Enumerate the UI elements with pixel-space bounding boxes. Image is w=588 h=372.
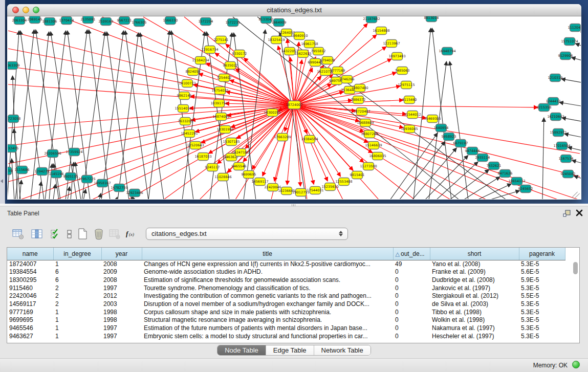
table-cell[interactable]: 5.3E-5 bbox=[519, 300, 565, 309]
table-cell[interactable]: 5.3E-5 bbox=[519, 285, 565, 293]
network-node[interactable]: 10452291 bbox=[181, 130, 198, 138]
table-row[interactable]: 911546021997Tourette syndrome. Phenomeno… bbox=[7, 285, 565, 293]
network-node[interactable]: 2275141 bbox=[214, 36, 229, 44]
network-node[interactable]: 1115686 bbox=[15, 166, 30, 174]
network-node[interactable]: 1664909 bbox=[272, 19, 287, 27]
network-node[interactable]: 1723058 bbox=[8, 115, 20, 123]
table-row[interactable]: 969969511998Structural magnetic resonanc… bbox=[7, 316, 565, 324]
network-node[interactable]: 21187682 bbox=[363, 16, 380, 23]
table-cell[interactable]: 5.3E-5 bbox=[519, 333, 565, 341]
network-node[interactable]: 15235610 bbox=[321, 183, 338, 191]
table-cell[interactable]: 1997 bbox=[101, 324, 142, 333]
network-node[interactable]: 8824058 bbox=[186, 68, 201, 76]
table-cell[interactable]: 5.6E-5 bbox=[519, 268, 565, 276]
table-cell[interactable]: 2 bbox=[53, 300, 101, 309]
network-node[interactable]: 9699695 bbox=[242, 171, 256, 179]
table-cell[interactable]: 2 bbox=[53, 292, 101, 300]
network-node[interactable]: 9815401 bbox=[350, 171, 365, 179]
table-cell[interactable]: Disruption of a novel member of a sodium… bbox=[142, 300, 393, 309]
network-node[interactable]: 7254402 bbox=[217, 74, 232, 82]
network-node[interactable]: 18300295 bbox=[264, 109, 280, 117]
table-cell[interactable]: 0 bbox=[393, 324, 430, 333]
network-node[interactable]: 7485063 bbox=[395, 67, 410, 75]
table-cell[interactable]: 2003 bbox=[101, 300, 142, 309]
network-node[interactable]: 1167534 bbox=[559, 155, 574, 163]
table-row[interactable]: 1872400712008Changes of HCN gene express… bbox=[7, 260, 565, 268]
network-node[interactable]: 1210319 bbox=[548, 74, 563, 82]
table-cell[interactable]: 0 bbox=[393, 285, 430, 293]
table-cell[interactable]: Genome-wide association studies in ADHD. bbox=[142, 268, 393, 276]
table-cell[interactable]: de Silva et al. (2003) bbox=[430, 300, 519, 309]
network-node[interactable]: 9746266 bbox=[340, 76, 355, 83]
close-panel-icon[interactable] bbox=[575, 209, 583, 217]
network-node[interactable]: 10688609 bbox=[357, 119, 374, 127]
network-node[interactable]: 17957225 bbox=[78, 176, 95, 183]
new-table-icon[interactable] bbox=[76, 227, 89, 240]
row-height-icon[interactable] bbox=[63, 227, 76, 240]
table-row[interactable]: 977716911998Corpus callosum shape and si… bbox=[7, 309, 565, 317]
table-cell[interactable]: Jankovic et al. (1997) bbox=[430, 285, 519, 293]
table-cell[interactable]: Dudbridge et al. (2008) bbox=[430, 276, 519, 285]
table-cell[interactable]: Tibbo et al. (1998) bbox=[430, 309, 519, 317]
network-node[interactable]: 1566330 bbox=[163, 17, 178, 25]
table-cell[interactable]: Estimation of significance thresholds fo… bbox=[142, 276, 393, 285]
table-cell[interactable]: 0 bbox=[393, 333, 430, 341]
table-cell[interactable]: 6 bbox=[53, 268, 101, 276]
network-node[interactable]: 9777169 bbox=[331, 67, 345, 75]
network-node[interactable]: 9245652 bbox=[518, 185, 533, 193]
network-node[interactable]: 12923446 bbox=[126, 189, 143, 197]
table-cell[interactable]: Structural magnetic resonance image aver… bbox=[142, 316, 393, 324]
table-cell[interactable]: Stergiakouli et al. (2012) bbox=[430, 292, 519, 300]
network-window[interactable]: citations_edges.txt 20633042069145188130… bbox=[7, 4, 581, 200]
network-node[interactable]: 9245082 bbox=[561, 170, 576, 178]
network-node[interactable]: 10391752 bbox=[210, 100, 227, 107]
table-cell[interactable]: 5.3E-5 bbox=[519, 324, 565, 333]
network-node[interactable]: 14100723 bbox=[179, 80, 195, 87]
table-row[interactable]: 2242004622012Investigating the contribut… bbox=[7, 292, 565, 300]
network-node[interactable]: 16782759 bbox=[111, 184, 127, 192]
network-node[interactable]: 1572231 bbox=[226, 19, 241, 27]
table-scrollbar[interactable] bbox=[573, 262, 578, 341]
column-header-short[interactable]: short bbox=[430, 248, 519, 260]
network-node[interactable]: 17359924 bbox=[66, 148, 82, 156]
float-panel-icon[interactable] bbox=[563, 209, 571, 217]
table-cell[interactable]: 5.3E-5 bbox=[519, 309, 565, 317]
network-node[interactable]: 9567221 bbox=[117, 17, 132, 25]
table-cell[interactable]: Embryonic stem cells: a model to study s… bbox=[142, 333, 393, 341]
column-header-title[interactable]: title bbox=[142, 248, 393, 260]
network-node[interactable]: 1766305 bbox=[132, 19, 147, 27]
delete-table-icon[interactable] bbox=[92, 227, 105, 240]
column-header-pagerank[interactable]: pagerank bbox=[519, 248, 565, 260]
table-cell[interactable]: 49 bbox=[393, 260, 430, 268]
network-node[interactable]: 1145194 bbox=[49, 170, 64, 178]
table-cell[interactable]: 5.3E-5 bbox=[519, 316, 565, 324]
west-panel-collapsed-strip[interactable] bbox=[0, 0, 5, 204]
table-cell[interactable]: 22420046 bbox=[7, 292, 53, 300]
table-cell[interactable]: 2008 bbox=[101, 260, 142, 268]
table-cell[interactable]: 0 bbox=[393, 292, 430, 300]
network-node[interactable]: 1370414 bbox=[59, 17, 74, 25]
tab-edge-table[interactable]: Edge Table bbox=[266, 345, 314, 355]
table-cell[interactable]: Estimation of the future numbers of pati… bbox=[142, 324, 393, 333]
network-node[interactable]: 10936045 bbox=[401, 125, 418, 133]
network-node[interactable]: 6794028 bbox=[320, 57, 335, 64]
network-node[interactable]: 1881306 bbox=[42, 18, 57, 26]
table-cell[interactable]: Investigating the contribution of common… bbox=[142, 292, 393, 300]
network-node[interactable]: 1244413 bbox=[546, 98, 561, 105]
table-row[interactable]: 946362711997Embryonic stem cells: a mode… bbox=[7, 333, 565, 341]
table-cell[interactable]: 1997 bbox=[101, 285, 142, 293]
network-node[interactable]: 16961758 bbox=[301, 40, 318, 48]
network-node[interactable]: 7633205 bbox=[178, 118, 193, 125]
table-cell[interactable]: 5.5E-5 bbox=[519, 292, 565, 300]
network-node[interactable]: 7632621 bbox=[487, 162, 502, 170]
network-node[interactable]: 2135091 bbox=[81, 16, 96, 24]
network-node[interactable]: 16806035 bbox=[369, 152, 386, 160]
column-header-year[interactable]: year bbox=[101, 248, 142, 260]
network-node[interactable]: 17016504 bbox=[553, 142, 570, 150]
table-cell[interactable]: 2012 bbox=[101, 292, 142, 300]
table-cell[interactable]: 18724007 bbox=[7, 260, 53, 268]
network-node[interactable]: 2063309 bbox=[8, 62, 19, 70]
table-row[interactable]: 946554611997Estimation of the future num… bbox=[7, 324, 565, 333]
table-cell[interactable]: 2009 bbox=[101, 268, 142, 276]
table-cell[interactable]: Wolkin et al. (1998) bbox=[430, 316, 519, 324]
